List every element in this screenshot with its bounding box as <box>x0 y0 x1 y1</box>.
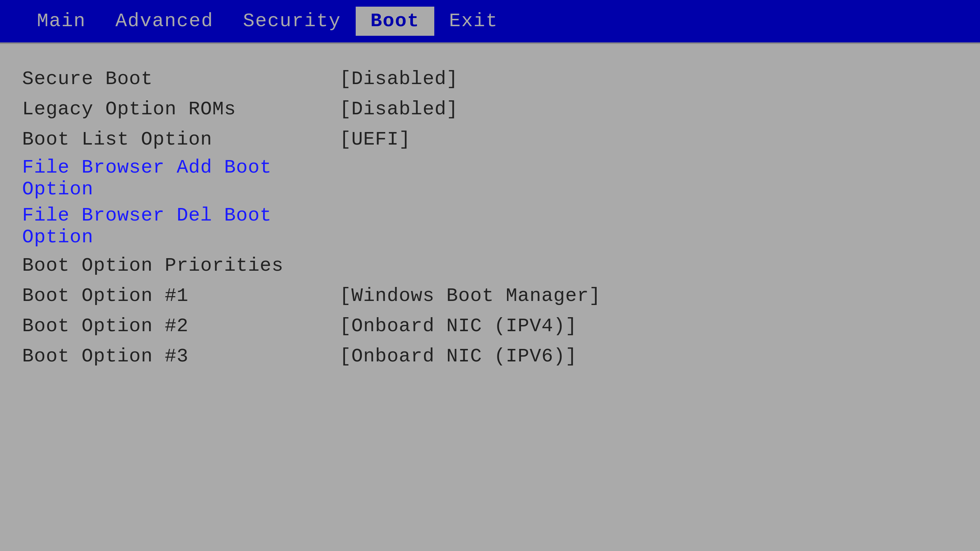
nav-tab-boot[interactable]: Boot <box>356 6 434 36</box>
menu-value-secure-boot[interactable]: [Disabled] <box>339 68 458 90</box>
menu-label-boot-option-1: Boot Option #1 <box>22 285 339 307</box>
top-bar: MainAdvancedSecurityBootExit <box>0 0 980 43</box>
main-content: Secure Boot[Disabled]Legacy Option ROMs[… <box>0 44 980 551</box>
menu-label-boot-option-3: Boot Option #3 <box>22 346 339 367</box>
menu-label-legacy-option-roms: Legacy Option ROMs <box>22 98 339 120</box>
menu-label-file-browser-add[interactable]: File Browser Add Boot Option <box>22 157 339 200</box>
nav-tab-exit[interactable]: Exit <box>434 6 513 36</box>
nav-tab-main[interactable]: Main <box>22 6 101 36</box>
nav-tab-advanced[interactable]: Advanced <box>101 6 228 36</box>
menu-label-boot-option-priorities: Boot Option Priorities <box>22 255 339 276</box>
nav-tab-security[interactable]: Security <box>228 6 356 36</box>
menu-value-boot-option-1[interactable]: [Windows Boot Manager] <box>339 285 601 307</box>
menu-row-boot-option-priorities: Boot Option Priorities <box>22 252 958 278</box>
menu-label-secure-boot: Secure Boot <box>22 68 339 90</box>
menu-label-file-browser-del[interactable]: File Browser Del Boot Option <box>22 205 339 248</box>
menu-row-boot-option-1: Boot Option #1[Windows Boot Manager] <box>22 283 958 309</box>
menu-row-legacy-option-roms: Legacy Option ROMs[Disabled] <box>22 96 958 122</box>
menu-label-boot-option-2: Boot Option #2 <box>22 315 339 337</box>
menu-row-secure-boot: Secure Boot[Disabled] <box>22 66 958 92</box>
menu-row-file-browser-del: File Browser Del Boot Option <box>22 205 958 248</box>
menu-value-legacy-option-roms[interactable]: [Disabled] <box>339 98 458 120</box>
menu-row-boot-option-3: Boot Option #3[Onboard NIC (IPV6)] <box>22 343 958 369</box>
menu-value-boot-list-option[interactable]: [UEFI] <box>339 129 410 151</box>
menu-row-file-browser-add: File Browser Add Boot Option <box>22 157 958 200</box>
menu-label-boot-list-option: Boot List Option <box>22 129 339 151</box>
menu-row-boot-list-option: Boot List Option[UEFI] <box>22 127 958 152</box>
bios-screen: MainAdvancedSecurityBootExit Secure Boot… <box>0 0 980 551</box>
nav-tabs: MainAdvancedSecurityBootExit <box>0 6 513 36</box>
menu-row-boot-option-2: Boot Option #2[Onboard NIC (IPV4)] <box>22 313 958 339</box>
menu-value-boot-option-3[interactable]: [Onboard NIC (IPV6)] <box>339 346 577 367</box>
menu-value-boot-option-2[interactable]: [Onboard NIC (IPV4)] <box>339 315 577 337</box>
